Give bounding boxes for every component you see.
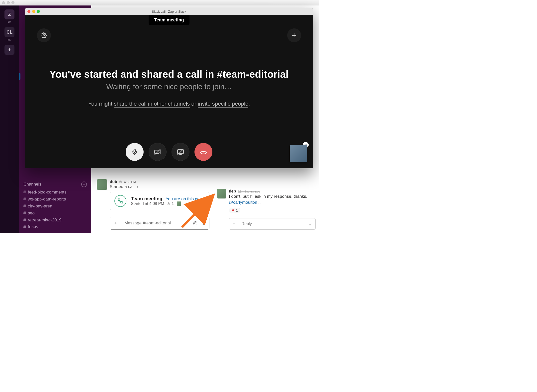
thread-panel: deb 12 minutes ago I don't, but I'll ask… [217,189,316,230]
plus-icon [291,32,297,38]
heart-icon: ❤ [231,208,234,212]
hangup-icon [200,148,207,156]
call-subheadline: Waiting for some nice people to join… [25,82,313,91]
svg-line-8 [155,149,160,155]
share-call-link[interactable]: share the call in other channels [114,101,190,108]
traffic-light-minimize[interactable] [32,10,35,13]
phone-icon: ✆ [119,180,122,184]
workspace-shortcut-2: ⌘2 [7,39,11,41]
workspace-rail: Z ⌘1 CL ⌘2 + [0,5,19,233]
traffic-light-close[interactable] [27,10,30,13]
mac-titlebar [0,0,319,5]
hash-icon: # [23,218,26,223]
add-participant-button[interactable] [287,28,301,42]
composer-input[interactable] [122,221,189,226]
add-channel-button[interactable]: + [81,182,87,187]
thread-reply-composer[interactable]: + ☺ [229,218,316,230]
svg-rect-7 [155,150,159,154]
emoji-icon[interactable]: ☺ [305,221,315,227]
gear-icon [41,32,47,38]
hash-icon: # [23,204,26,209]
sidebar-section-channels[interactable]: Channels + [19,180,91,189]
share-screen-button[interactable] [172,143,189,161]
call-window: Slack call | Zapier Slack Team meeting Y… [25,8,313,168]
call-name-tab[interactable]: Team meeting [149,15,189,25]
traffic-light-zoom[interactable] [11,1,14,4]
thread-text-suffix: !! [257,200,261,205]
reaction-chip[interactable]: ❤ 1 [229,208,240,213]
sidebar-item-channel[interactable]: #city-bay-area [19,203,91,210]
svg-point-2 [43,35,45,36]
avatar[interactable] [217,189,226,198]
hash-icon: # [23,197,26,202]
avatar[interactable] [97,179,107,190]
sidebar-item-channel[interactable]: #feed-blog-comments [19,189,91,196]
call-started-text: Started at 4:08 PM [131,201,164,206]
sidebar-item-channel[interactable]: #retreat-mktg-2019 [19,217,91,224]
workspace-switcher-1[interactable]: Z [4,9,14,19]
traffic-light-close[interactable] [2,1,5,4]
call-status: You are on this ca [166,196,199,201]
thread-timestamp: 12 minutes ago [238,190,260,193]
message-author[interactable]: deb [110,179,117,184]
emoji-icon[interactable]: ☺ [201,221,206,226]
call-hint: You might share the call in other channe… [25,101,313,107]
participant-avatar [177,201,181,206]
sidebar-section-label: Channels [23,182,41,187]
workspace-shortcut-1: ⌘1 [7,21,11,24]
sidebar-item-channel[interactable]: #seo [19,210,91,217]
svg-rect-5 [134,149,136,152]
reaction-count: 1 [236,208,238,212]
hangup-button[interactable] [194,143,212,161]
svg-point-0 [168,202,170,204]
message-composer[interactable]: + @ ☺ [110,217,209,230]
hash-icon: # [23,211,26,216]
call-window-title: Slack call | Zapier Slack [25,10,313,13]
attach-button[interactable]: + [229,218,239,229]
hash-icon: # [23,225,26,230]
thread-author[interactable]: deb [229,189,236,194]
sidebar-item-channel[interactable]: #wg-app-data-reports [19,196,91,203]
hash-icon: # [23,190,26,195]
traffic-light-zoom[interactable] [37,10,40,13]
call-headline: You've started and shared a call in #tea… [25,69,313,80]
message-timestamp: 4:08 PM [124,180,136,184]
message-subtitle: Started a call [110,184,134,189]
reply-input[interactable] [239,222,305,226]
phone-ring-icon [114,195,126,207]
microphone-icon [131,149,138,155]
traffic-light-minimize[interactable] [7,1,10,4]
call-title: Team meeting [131,196,162,201]
message: deb ✆ 4:08 PM Started a call ▼ [97,179,209,230]
attach-button[interactable]: + [110,217,122,229]
invite-people-link[interactable]: invite specific people [198,101,248,108]
active-channel-marker [19,73,20,80]
call-settings-button[interactable] [37,28,51,42]
workspace-switcher-2[interactable]: CL [4,27,14,37]
screen-share-off-icon [177,148,184,155]
call-window-titlebar[interactable]: Slack call | Zapier Slack [25,8,313,15]
add-workspace-button[interactable]: + [4,45,14,55]
mention-icon[interactable]: @ [193,221,197,226]
mention-link[interactable]: @carlymoulton [229,200,257,205]
call-card[interactable]: Team meeting | You are on this ca Starte… [110,192,209,210]
video-button[interactable] [149,143,167,161]
self-video-thumbnail[interactable] [290,145,307,162]
thread-text-prefix: I don't, but I'll ask in my response. th… [229,194,307,199]
participants-icon: 1 [167,201,174,206]
chevron-down-icon[interactable]: ▼ [136,185,139,189]
mute-button[interactable] [126,143,144,161]
video-off-icon [154,148,161,155]
sidebar-item-channel[interactable]: #fun-tv [19,224,91,231]
